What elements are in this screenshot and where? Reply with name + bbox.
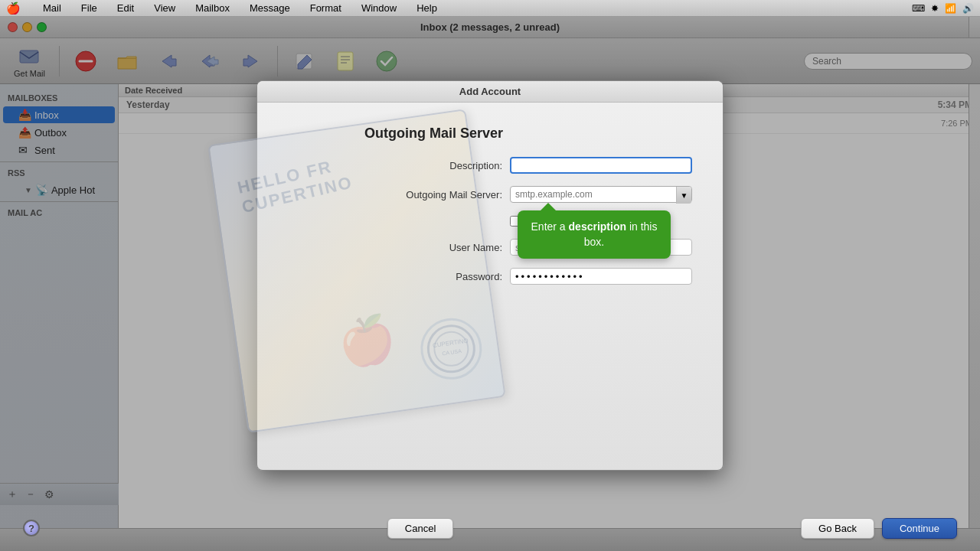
svg-point-9 <box>425 323 477 375</box>
keyboard-icon: ⌨ <box>912 3 925 14</box>
dialog-title: Add Account <box>459 86 521 97</box>
dialog-titlebar: Add Account <box>257 81 723 103</box>
menubar-format[interactable]: Format <box>306 2 345 15</box>
svg-text:CA USA: CA USA <box>442 348 462 357</box>
add-account-dialog: Add Account HELLO FRCUPERTINO CUPERTINO … <box>256 80 724 471</box>
navigation-buttons: Go Back Continue <box>801 518 957 539</box>
menubar-message[interactable]: Message <box>246 2 294 15</box>
wifi-icon: 📶 <box>945 3 956 14</box>
menubar-file[interactable]: File <box>77 2 101 15</box>
description-row: Description: Enter a description in this… <box>364 157 692 174</box>
menubar-mail[interactable]: Mail <box>39 2 65 15</box>
svg-point-10 <box>433 330 471 368</box>
dialog-body: HELLO FRCUPERTINO CUPERTINO CA USA 🍎 <box>257 103 723 470</box>
menubar-mailbox[interactable]: Mailbox <box>191 2 234 15</box>
form-section: Outgoing Mail Server Description: Enter … <box>364 126 692 285</box>
menubar-window[interactable]: Window <box>358 2 400 15</box>
svg-text:CUPERTINO: CUPERTINO <box>432 337 469 349</box>
password-label: Password: <box>364 271 510 282</box>
menubar-help[interactable]: Help <box>413 2 441 15</box>
outgoing-server-label: Outgoing Mail Server: <box>364 189 510 201</box>
menubar-status-icons: ⌨ ✸ 📶 🔊 <box>912 3 974 14</box>
combo-arrow-icon[interactable]: ▼ <box>676 187 691 204</box>
username-label: User Name: <box>364 242 510 253</box>
menubar: 🍎 Mail File Edit View Mailbox Message Fo… <box>0 0 980 17</box>
form-title: Outgoing Mail Server <box>364 126 692 142</box>
menubar-edit[interactable]: Edit <box>113 2 138 15</box>
outgoing-server-row: Outgoing Mail Server: ▼ <box>364 186 692 203</box>
cancel-button[interactable]: Cancel <box>387 518 453 539</box>
volume-icon: 🔊 <box>962 3 974 14</box>
bottom-buttons: ? Cancel Go Back Continue <box>0 505 980 551</box>
outgoing-server-input[interactable] <box>515 189 687 200</box>
modal-overlay: Add Account HELLO FRCUPERTINO CUPERTINO … <box>0 0 980 551</box>
outgoing-server-combo[interactable]: ▼ <box>510 186 692 203</box>
menubar-view[interactable]: View <box>150 2 179 15</box>
password-input[interactable] <box>510 268 692 285</box>
apple-menu[interactable]: 🍎 <box>6 2 21 15</box>
continue-button[interactable]: Continue <box>882 518 957 539</box>
go-back-button[interactable]: Go Back <box>801 518 874 539</box>
postcard-text: HELLO FRCUPERTINO <box>236 153 354 217</box>
description-input[interactable] <box>510 157 692 174</box>
postcard-stamp: CUPERTINO CA USA <box>416 315 485 383</box>
description-label: Description: <box>364 160 510 171</box>
password-row: Password: <box>364 268 692 285</box>
help-button[interactable]: ? <box>23 520 40 536</box>
bluetooth-icon: ✸ <box>931 3 939 14</box>
tooltip: Enter a description in this box. <box>518 210 671 259</box>
apple-watermark: 🍎 <box>335 310 399 372</box>
